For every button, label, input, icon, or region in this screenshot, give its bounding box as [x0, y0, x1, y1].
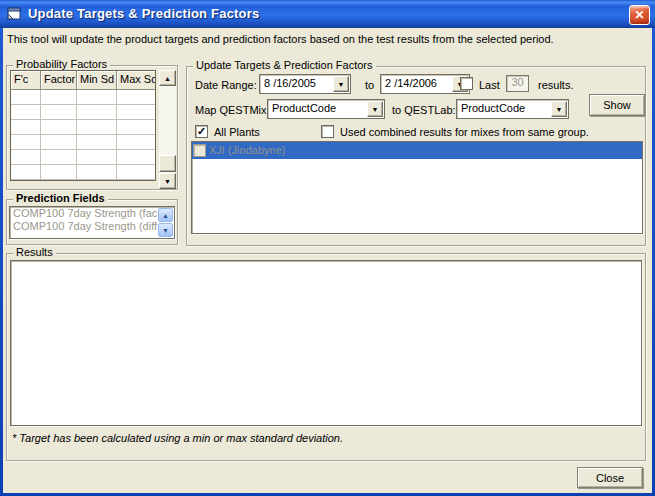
description-text: This tool will update the product target… [7, 33, 647, 45]
last-count-field[interactable]: 30 [506, 75, 529, 92]
scrollbar-thumb[interactable] [159, 155, 176, 172]
last-label: Last [479, 79, 500, 91]
qestmix-combobox[interactable]: ProductCode ▼ [267, 99, 385, 119]
table-cell [77, 90, 117, 105]
qestlab-value: ProductCode [461, 102, 550, 114]
combined-results-label: Used combined results for mixes from sam… [340, 126, 589, 138]
table-row [11, 105, 155, 120]
arrow-up-icon: ▲ [162, 212, 169, 219]
list-item: COMP100 7day Strength (fac [10, 207, 174, 220]
results-textarea[interactable] [10, 260, 642, 426]
table-cell [117, 150, 156, 165]
table-cell [41, 165, 77, 180]
column-header-min-sd[interactable]: Min Sd [77, 71, 117, 90]
table-cell [11, 135, 41, 150]
table-row [11, 90, 155, 105]
target-note: * Target has been calculated using a min… [12, 432, 343, 444]
scroll-up-button[interactable]: ▲ [159, 70, 176, 86]
probability-factors-table: F'c Factor Min Sd Max Sd [10, 70, 156, 181]
last-results-checkbox[interactable] [460, 77, 473, 90]
table-cell [117, 90, 156, 105]
table-cell [41, 120, 77, 135]
form-icon [7, 6, 23, 22]
plants-listbox[interactable]: XJI (Jindabyne) [191, 141, 643, 234]
column-header-factor[interactable]: Factor [41, 71, 77, 90]
arrow-down-icon: ▼ [162, 227, 169, 234]
table-cell [41, 135, 77, 150]
table-cell [77, 135, 117, 150]
table-cell [77, 150, 117, 165]
plant-checkbox[interactable] [193, 144, 206, 157]
dialog-body: This tool will update the product target… [3, 28, 652, 493]
table-header-row: F'c Factor Min Sd Max Sd [11, 71, 155, 90]
scroll-up-button[interactable]: ▲ [158, 208, 173, 222]
list-item[interactable]: XJI (Jindabyne) [192, 142, 642, 159]
title-bar[interactable]: Update Targets & Prediction Factors ✕ [0, 0, 655, 28]
table-cell [117, 105, 156, 120]
dialog-window: Update Targets & Prediction Factors ✕ Th… [0, 0, 655, 496]
table-row [11, 135, 155, 150]
prediction-fields-listbox[interactable]: COMP100 7day Strength (fac COMP100 7day … [9, 206, 175, 239]
probability-factors-group: Probability Factors F'c Factor Min Sd Ma… [6, 65, 178, 190]
prediction-fields-group: Prediction Fields COMP100 7day Strength … [6, 199, 178, 245]
table-cell [11, 150, 41, 165]
arrow-up-icon: ▲ [164, 75, 171, 82]
scroll-down-button[interactable]: ▼ [159, 173, 176, 189]
table-cell [77, 120, 117, 135]
table-cell [11, 120, 41, 135]
scroll-down-button[interactable]: ▼ [158, 223, 173, 237]
date-from-value: 8 /16/2005 [264, 77, 332, 89]
results-legend: Results [13, 246, 56, 258]
column-header-max-sd[interactable]: Max Sd [117, 71, 156, 90]
close-icon: ✕ [634, 8, 644, 22]
table-cell [11, 90, 41, 105]
show-button[interactable]: Show [589, 94, 645, 116]
chevron-down-icon[interactable]: ▼ [367, 101, 383, 117]
to-label: to [365, 79, 374, 91]
update-targets-legend: Update Targets & Prediction Factors [193, 59, 376, 71]
qestmix-value: ProductCode [272, 102, 366, 114]
update-targets-group: Update Targets & Prediction Factors Date… [186, 66, 646, 246]
combined-results-checkbox[interactable] [321, 125, 334, 138]
all-plants-label: All Plants [214, 126, 260, 138]
prediction-scrollbar[interactable]: ▲ ▼ [158, 208, 173, 237]
map-qestmix-label: Map QESTMix: [195, 104, 270, 116]
results-suffix-label: results. [538, 79, 573, 91]
list-item: COMP100 7day Strength (diff [10, 220, 174, 233]
chevron-down-icon[interactable]: ▼ [551, 101, 567, 117]
table-cell [117, 135, 156, 150]
arrow-down-icon: ▼ [164, 178, 171, 185]
all-plants-checkbox[interactable]: ✓ [195, 125, 208, 138]
checkmark-icon: ✓ [197, 126, 206, 136]
prediction-fields-legend: Prediction Fields [13, 192, 108, 204]
table-cell [11, 165, 41, 180]
qestlab-combobox[interactable]: ProductCode ▼ [456, 99, 569, 119]
close-window-button[interactable]: ✕ [629, 5, 650, 25]
date-to-value: 2 /14/2006 [385, 77, 451, 89]
results-group: Results * Target has been calculated usi… [6, 253, 646, 461]
chevron-down-icon[interactable]: ▼ [333, 76, 349, 92]
table-cell [117, 120, 156, 135]
plant-label: XJI (Jindabyne) [209, 144, 285, 156]
column-header-fc[interactable]: F'c [11, 71, 41, 90]
date-from-combobox[interactable]: 8 /16/2005 ▼ [259, 74, 351, 94]
table-cell [41, 90, 77, 105]
table-row [11, 165, 155, 180]
to-qestlab-label: to QESTLab: [392, 104, 456, 116]
date-range-label: Date Range: [195, 79, 257, 91]
table-cell [77, 165, 117, 180]
table-cell [41, 105, 77, 120]
table-cell [41, 150, 77, 165]
table-vertical-scrollbar[interactable]: ▲ ▼ [159, 70, 176, 189]
window-title: Update Targets & Prediction Factors [28, 6, 259, 21]
table-cell [11, 105, 41, 120]
date-to-combobox[interactable]: 2 /14/2006 ▼ [380, 74, 470, 94]
probability-factors-legend: Probability Factors [13, 58, 110, 70]
table-row [11, 150, 155, 165]
table-row [11, 120, 155, 135]
table-cell [77, 105, 117, 120]
table-cell [117, 165, 156, 180]
close-button[interactable]: Close [577, 467, 643, 488]
